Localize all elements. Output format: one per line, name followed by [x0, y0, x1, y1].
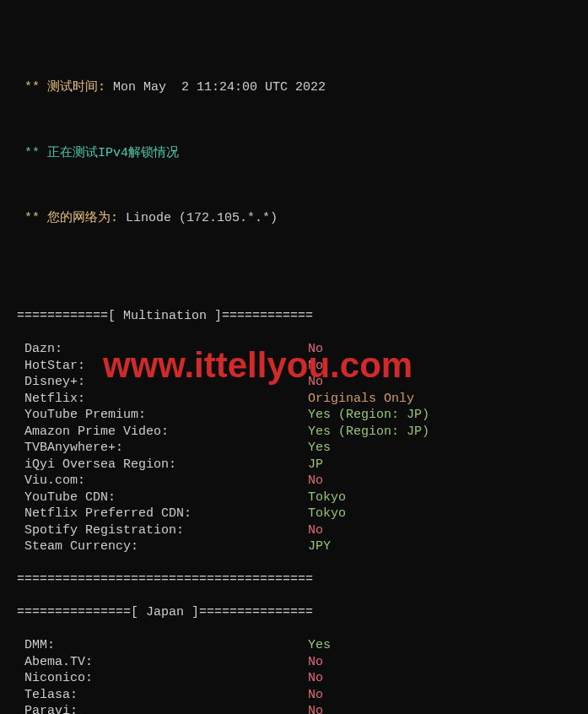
- result-row: Amazon Prime Video:Yes (Region: JP): [17, 424, 571, 441]
- service-label: YouTube Premium:: [17, 407, 308, 424]
- test-time-label: ** 测试时间:: [17, 80, 113, 95]
- multination-separator: ============[ Multination ]============: [17, 308, 571, 325]
- result-row: Paravi:No: [17, 703, 571, 714]
- network-label: ** 您的网络为:: [17, 211, 126, 225]
- service-status: No: [308, 704, 323, 714]
- test-time-line: ** 测试时间: Mon May 2 11:24:00 UTC 2022: [17, 79, 571, 96]
- service-label: Steam Currency:: [17, 538, 308, 555]
- service-label: Abema.TV:: [17, 654, 308, 671]
- service-status: No: [308, 473, 323, 488]
- result-row: Viu.com:No: [17, 473, 571, 490]
- blank-line: [17, 178, 571, 194]
- separator-end: =======================================: [17, 571, 571, 588]
- service-status: Yes (Region: JP): [308, 408, 429, 422]
- service-label: DMM:: [17, 637, 308, 654]
- network-line: ** 您的网络为: Linode (172.105.*.*): [17, 210, 571, 227]
- service-label: Spotify Registration:: [17, 522, 308, 539]
- test-time-value: Mon May 2 11:24:00 UTC 2022: [113, 80, 326, 95]
- result-row: YouTube Premium:Yes (Region: JP): [17, 407, 571, 424]
- result-row: Telasa:No: [17, 687, 571, 704]
- service-label: Netflix Preferred CDN:: [17, 506, 308, 522]
- blank-line: [17, 276, 571, 292]
- service-status: Yes: [308, 441, 331, 455]
- service-status: JP: [308, 457, 323, 472]
- result-row: Abema.TV:No: [17, 654, 571, 671]
- service-status: Tokyo: [308, 506, 346, 521]
- service-label: Niconico:: [17, 670, 308, 687]
- result-row: Steam Currency:JPY: [17, 538, 571, 555]
- service-status: Yes (Region: JP): [308, 425, 429, 439]
- result-row: DMM:Yes: [17, 637, 571, 654]
- result-row: Netflix:Originals Only: [17, 391, 571, 408]
- result-row: Spotify Registration:No: [17, 522, 571, 539]
- blank-line: [17, 112, 571, 128]
- result-row: Netflix Preferred CDN:Tokyo: [17, 506, 571, 522]
- service-label: Telasa:: [17, 687, 308, 704]
- result-row: YouTube CDN:Tokyo: [17, 490, 571, 506]
- watermark: www.ittellyou.com: [103, 343, 413, 389]
- service-status: Originals Only: [308, 392, 414, 406]
- service-status: No: [308, 671, 323, 685]
- testing-ipv4-line: ** 正在测试IPv4解锁情况: [17, 145, 571, 162]
- result-row: TVBAnywhere+:Yes: [17, 440, 571, 457]
- service-label: Paravi:: [17, 703, 308, 714]
- blank-line: [17, 243, 571, 259]
- service-status: No: [308, 523, 323, 538]
- result-row: Niconico:No: [17, 670, 571, 687]
- service-status: Yes: [308, 638, 331, 652]
- network-value: Linode (172.105.*.*): [126, 211, 278, 225]
- service-status: JPY: [308, 539, 331, 554]
- service-label: TVBAnywhere+:: [17, 440, 308, 457]
- result-row: iQyi Oversea Region:JP: [17, 457, 571, 473]
- service-label: Netflix:: [17, 391, 308, 408]
- service-label: Viu.com:: [17, 473, 308, 490]
- service-status: Tokyo: [308, 490, 346, 505]
- service-label: Amazon Prime Video:: [17, 424, 308, 441]
- service-label: YouTube CDN:: [17, 490, 308, 506]
- service-status: No: [308, 655, 323, 669]
- service-label: iQyi Oversea Region:: [17, 457, 308, 473]
- japan-separator: ===============[ Japan ]===============: [17, 604, 571, 621]
- service-status: No: [308, 688, 323, 702]
